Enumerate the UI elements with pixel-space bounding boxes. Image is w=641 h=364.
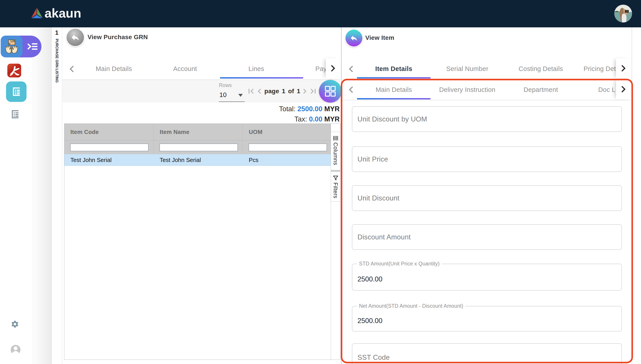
item-tabbar: Item Details Serial Number Costing Detai… [342, 58, 631, 80]
left-panel-title: View Purchase GRN [88, 34, 148, 41]
back-button-left[interactable] [67, 29, 84, 46]
lines-table-grid: Item Code Item Name UOM Test John Serial… [64, 124, 331, 360]
field-sst-code[interactable]: SST Code [352, 343, 622, 364]
filter-input-item-code[interactable] [70, 144, 149, 151]
column-header-item-name[interactable]: Item Name [154, 124, 243, 140]
settings-gear-icon[interactable] [11, 320, 19, 328]
tabs-scroll-left-button[interactable] [69, 58, 74, 80]
side-strip-rest [331, 202, 340, 360]
cell-uom: Pcs [243, 154, 331, 166]
document-list-icon [13, 88, 20, 96]
field-unit-discount-by-uom[interactable]: Unit Discount by UOM [352, 106, 622, 132]
rows-per-page-select[interactable]: 10 [219, 91, 226, 98]
tab-costing-details[interactable]: Costing Details [504, 58, 577, 80]
tab-account[interactable]: Account [149, 58, 221, 80]
side-strip-divider [331, 170, 340, 172]
tab-main-details[interactable]: Main Details [78, 58, 149, 80]
module-vertical-tab[interactable]: 1 PURCHASE GRN LISTING [52, 27, 62, 364]
menu-open-icon [27, 43, 38, 50]
field-net-amount[interactable]: Net Amount(STD Amount - Discount Amount)… [352, 306, 622, 332]
filter-input-item-name[interactable] [159, 144, 238, 151]
listing-gray-icon[interactable] [11, 110, 19, 118]
subtab-department[interactable]: Department [504, 80, 577, 100]
std-amount-label: STD Amount(Unit Price x Quantity) [357, 261, 442, 267]
subtab-main-details[interactable]: Main Details [357, 80, 431, 100]
first-page-button[interactable] [248, 88, 255, 95]
column-header-item-code[interactable]: Item Code [64, 124, 154, 140]
table-header-row: Item Code Item Name UOM [64, 124, 331, 140]
brand-logo[interactable]: akaun [31, 7, 81, 20]
table-row-selected[interactable]: Test John Serial Test John Serial Pcs [64, 154, 331, 166]
module-tab-label: PURCHASE GRN LISTING [55, 39, 59, 82]
pagination: page 1 of 1 [247, 80, 317, 102]
field-std-amount[interactable]: STD Amount(Unit Price x Quantity) 2500.0… [352, 264, 622, 290]
last-page-button[interactable] [309, 88, 316, 95]
subtab-label: Department [524, 86, 558, 94]
bigledger-red-app-icon[interactable] [7, 64, 21, 78]
subtab-label: Delivery Instruction [439, 86, 496, 94]
tab-label: Serial Number [446, 65, 488, 72]
filter-input-uom[interactable] [248, 144, 327, 151]
chevron-left-icon [257, 88, 262, 95]
total-value: 2500.00 [297, 105, 322, 113]
column-header-uom[interactable]: UOM [243, 124, 331, 140]
currency-label: MYR [324, 115, 340, 123]
page-of-label: of [288, 88, 294, 95]
active-tab-underline [220, 77, 303, 78]
side-strip-spacer [331, 124, 340, 132]
listing-app-icon[interactable] [6, 82, 27, 102]
left-icon-sidebar [0, 27, 33, 364]
tab-label: Item Details [375, 65, 412, 72]
back-button-right[interactable] [346, 30, 362, 46]
columns-icon [333, 136, 338, 140]
subtab-delivery-instruction[interactable]: Delivery Instruction [431, 80, 504, 100]
sub-tabs-scroll-left[interactable] [348, 80, 354, 100]
page-label: page [264, 88, 279, 95]
tabs-scroll-right-button[interactable] [326, 58, 340, 78]
columns-side-tab[interactable]: Columns [331, 132, 340, 170]
tab-lines[interactable]: Lines [221, 58, 292, 80]
first-page-icon [248, 88, 255, 95]
field-unit-discount[interactable]: Unit Discount [352, 185, 622, 211]
user-avatar[interactable] [614, 5, 632, 22]
field-discount-amount[interactable]: Discount Amount [352, 224, 622, 250]
purchase-app-icon[interactable] [1, 36, 23, 58]
chevron-right-icon [330, 64, 336, 72]
subtab-label: Doc L [598, 86, 615, 94]
rows-select-caret-icon[interactable] [238, 94, 243, 97]
da-character-icon [9, 65, 20, 76]
brand-name: akaun [45, 7, 81, 20]
item-tabs: Item Details Serial Number Costing Detai… [357, 58, 631, 80]
cell-item-code: Test John Serial [64, 154, 154, 166]
akaun-triangle-logo-icon [31, 8, 43, 18]
tab-item-details[interactable]: Item Details [357, 58, 431, 80]
prev-page-button[interactable] [257, 88, 262, 95]
net-amount-value: 2500.00 [358, 308, 382, 333]
sub-tabs-scroll-right[interactable] [616, 80, 631, 99]
filters-side-tab[interactable]: Filters [331, 172, 340, 202]
item-tabs-scroll-left[interactable] [348, 58, 354, 80]
item-tabs-scroll-right[interactable] [616, 58, 631, 78]
std-amount-value: 2500.00 [358, 266, 382, 292]
grid-squares-icon [325, 86, 336, 97]
user-profile-icon[interactable] [11, 345, 21, 355]
chevron-left-icon [348, 65, 354, 73]
item-sub-tabbar: Main Details Delivery Instruction Depart… [342, 80, 631, 100]
chevron-right-icon [302, 88, 307, 95]
grid-view-button[interactable] [319, 80, 342, 102]
next-page-button[interactable] [302, 88, 307, 95]
grid-toolbar: Rows 10 page 1 of 1 [62, 80, 340, 102]
module-tab-number: 1 [52, 29, 62, 36]
filters-side-tab-label: Filters [332, 182, 339, 198]
filter-funnel-icon [333, 176, 338, 180]
panel-right-edge-line [632, 27, 632, 364]
cell-item-name: Test John Serial [154, 154, 243, 166]
field-unit-price[interactable]: Unit Price [352, 146, 622, 172]
tab-label: Pay [315, 65, 327, 72]
rows-label: Rows [219, 82, 232, 88]
tab-label: Pricing Det [583, 65, 616, 72]
purchase-grn-panel: View Purchase GRN Main Details Account L… [62, 27, 341, 364]
item-sub-tabs: Main Details Delivery Instruction Depart… [357, 80, 631, 100]
sidebar-expand-rail[interactable] [33, 27, 52, 364]
tab-serial-number[interactable]: Serial Number [431, 58, 504, 80]
